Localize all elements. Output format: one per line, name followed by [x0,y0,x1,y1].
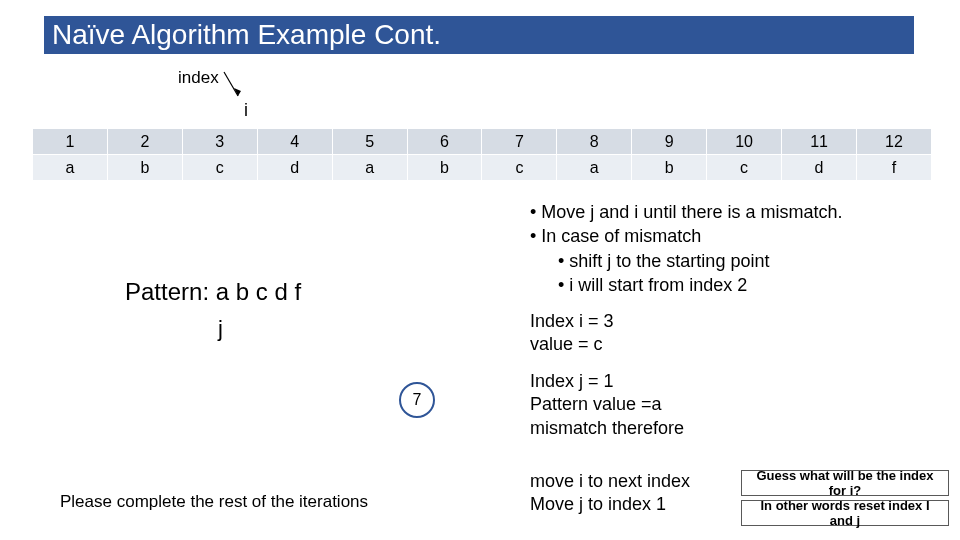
table-value-cell: b [632,155,707,181]
index-pointer-arrow [220,70,244,104]
bullet-sub-item: • i will start from index 2 [558,273,842,297]
move-i-line: move i to next index [530,470,690,493]
guess-index-callout: Guess what will be the index for i? [741,470,949,496]
state-j-result: mismatch therefore [530,417,684,440]
table-header-cell: 7 [482,129,557,155]
table-header-cell: 4 [257,129,332,155]
bullet-item: • Move j and i until there is a mismatch… [530,200,842,224]
algorithm-notes: • Move j and i until there is a mismatch… [530,200,842,297]
bullet-item: • In case of mismatch [530,224,842,248]
table-header-cell: 2 [107,129,182,155]
exercise-prompt: Please complete the rest of the iteratio… [60,492,368,512]
move-j-line: Move j to index 1 [530,493,690,516]
table-value-cell: b [407,155,482,181]
index-label: index [178,68,219,88]
bullet-sub-item: • shift j to the starting point [558,249,842,273]
iteration-badge: 7 [399,382,435,418]
state-i-value: value = c [530,333,614,356]
table-header-cell: 3 [182,129,257,155]
text-index-table: 1 2 3 4 5 6 7 8 9 10 11 12 a b c d a b c… [32,128,932,181]
table-value-cell: a [557,155,632,181]
table-value-cell: c [182,155,257,181]
state-i-index: Index i = 3 [530,310,614,333]
reset-index-callout: In other words reset index I and j [741,500,949,526]
table-header-cell: 1 [33,129,108,155]
svg-line-0 [224,72,238,96]
pattern-label: Pattern: a b c d f [125,278,301,306]
table-header-cell: 12 [857,129,932,155]
table-value-cell: f [857,155,932,181]
table-value-cell: b [107,155,182,181]
state-j-value: Pattern value =a [530,393,684,416]
table-value-cell: a [33,155,108,181]
j-label: j [218,316,223,342]
slide-title: Naïve Algorithm Example Cont. [44,16,914,54]
table-value-cell: c [707,155,782,181]
table-header-cell: 6 [407,129,482,155]
table-value-cell: a [332,155,407,181]
table-header-cell: 11 [782,129,857,155]
table-header-row: 1 2 3 4 5 6 7 8 9 10 11 12 [33,129,932,155]
table-value-cell: d [782,155,857,181]
table-value-cell: d [257,155,332,181]
move-instructions: move i to next index Move j to index 1 [530,470,690,517]
table-value-cell: c [482,155,557,181]
table-header-cell: 9 [632,129,707,155]
table-header-cell: 10 [707,129,782,155]
state-i-block: Index i = 3 value = c [530,310,614,357]
state-j-index: Index j = 1 [530,370,684,393]
table-header-cell: 5 [332,129,407,155]
table-value-row: a b c d a b c a b c d f [33,155,932,181]
i-label: i [244,100,248,121]
table-header-cell: 8 [557,129,632,155]
state-j-block: Index j = 1 Pattern value =a mismatch th… [530,370,684,440]
